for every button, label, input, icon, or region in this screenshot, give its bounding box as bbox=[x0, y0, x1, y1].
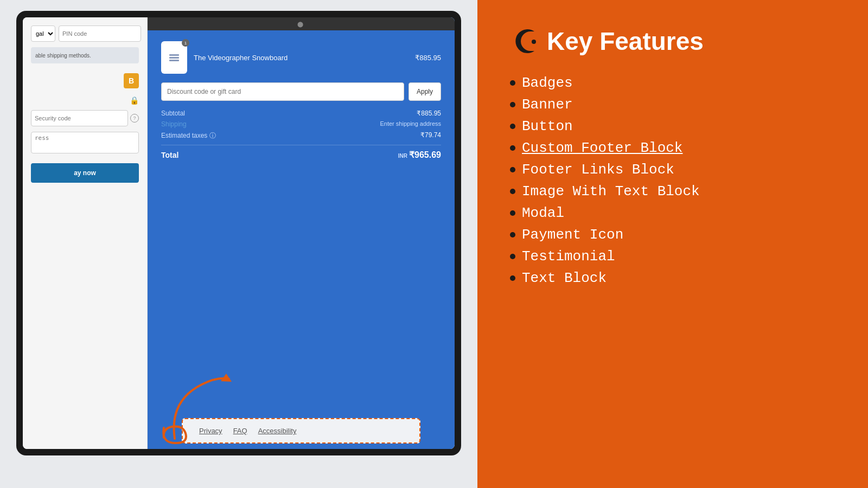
feature-item: Modal bbox=[510, 205, 835, 221]
pin-input[interactable] bbox=[59, 25, 141, 42]
product-image: 1 bbox=[161, 41, 187, 74]
pay-now-button[interactable]: ay now bbox=[31, 163, 139, 183]
address-input[interactable] bbox=[31, 132, 139, 153]
feature-bullet bbox=[510, 189, 515, 194]
discount-input[interactable] bbox=[161, 82, 404, 101]
right-panel: Key Features BadgesBannerButtonCustom Fo… bbox=[477, 0, 868, 488]
feature-bullet bbox=[510, 124, 515, 129]
top-bar-dots: ⬤ bbox=[297, 21, 305, 27]
checkout-content: 1 The Videographer Snowboard ₹885.95 bbox=[148, 30, 455, 395]
feature-bullet bbox=[510, 145, 515, 151]
left-panel: gal able shipping methods. B 🔒 ? bbox=[0, 0, 477, 488]
product-badge: 1 bbox=[182, 39, 189, 47]
feature-bullet bbox=[510, 232, 515, 237]
arrow-annotation bbox=[158, 357, 245, 446]
feature-label: Modal bbox=[522, 205, 564, 221]
checkout-sidebar: gal able shipping methods. B 🔒 ? bbox=[23, 17, 148, 449]
shipping-label: Shipping bbox=[161, 120, 187, 128]
help-icon[interactable]: ? bbox=[130, 114, 139, 123]
subtotal-line: Subtotal ₹885.95 bbox=[161, 110, 441, 117]
kf-logo-icon bbox=[510, 27, 538, 55]
feature-item: Badges bbox=[510, 75, 835, 91]
top-bar: ⬤ bbox=[148, 17, 455, 30]
feature-label: Image With Text Block bbox=[522, 183, 700, 200]
discount-row: Apply bbox=[161, 82, 441, 101]
svg-point-0 bbox=[532, 40, 536, 44]
bold-b-button[interactable]: B bbox=[124, 73, 139, 88]
feature-label: Payment Icon bbox=[522, 227, 623, 243]
feature-label: Custom Footer Block bbox=[522, 140, 682, 156]
product-price: ₹885.95 bbox=[415, 54, 441, 62]
feature-label: Badges bbox=[522, 75, 573, 91]
shipping-value: Enter shipping address bbox=[380, 120, 441, 128]
feature-item: Custom Footer Block bbox=[510, 140, 835, 156]
subtotal-value: ₹885.95 bbox=[417, 110, 441, 117]
shipping-line: Shipping Enter shipping address bbox=[161, 120, 441, 128]
feature-item: Text Block bbox=[510, 270, 835, 286]
total-label: Total bbox=[161, 151, 178, 159]
total-value: INR₹965.69 bbox=[398, 150, 441, 160]
feature-item: Button bbox=[510, 118, 835, 134]
key-features-header: Key Features bbox=[510, 27, 835, 55]
feature-bullet bbox=[510, 254, 515, 259]
feature-label: Footer Links Block bbox=[522, 162, 674, 178]
tax-value: ₹79.74 bbox=[420, 131, 441, 140]
laptop-frame: gal able shipping methods. B 🔒 ? bbox=[16, 11, 461, 455]
feature-bullet bbox=[510, 167, 515, 172]
key-features-title: Key Features bbox=[547, 29, 704, 54]
feature-label: Testimonial bbox=[522, 248, 615, 265]
shipping-note: able shipping methods. bbox=[35, 53, 91, 59]
security-row: ? bbox=[31, 110, 139, 126]
feature-item: Testimonial bbox=[510, 248, 835, 265]
feature-bullet bbox=[510, 80, 515, 86]
security-code-input[interactable] bbox=[31, 110, 128, 126]
total-currency: INR bbox=[398, 153, 407, 159]
feature-item: Banner bbox=[510, 97, 835, 113]
shipping-methods-section: able shipping methods. bbox=[31, 47, 139, 63]
feature-label: Button bbox=[522, 118, 573, 134]
product-item: 1 The Videographer Snowboard ₹885.95 bbox=[161, 41, 441, 74]
region-pin-row: gal bbox=[31, 25, 139, 42]
feature-item: Image With Text Block bbox=[510, 183, 835, 200]
lock-icon: 🔒 bbox=[130, 96, 139, 105]
feature-label: Text Block bbox=[522, 270, 607, 286]
feature-item: Payment Icon bbox=[510, 227, 835, 243]
tax-line: Estimated taxes ⓘ ₹79.74 bbox=[161, 131, 441, 140]
feature-bullet bbox=[510, 210, 515, 216]
subtotal-label: Subtotal bbox=[161, 110, 185, 117]
product-lines bbox=[169, 54, 179, 61]
tax-label: Estimated taxes ⓘ bbox=[161, 131, 216, 140]
product-left: 1 The Videographer Snowboard bbox=[161, 41, 288, 74]
feature-label: Banner bbox=[522, 97, 573, 113]
summary-divider bbox=[161, 145, 441, 145]
apply-button[interactable]: Apply bbox=[409, 82, 441, 101]
feature-bullet bbox=[510, 102, 515, 107]
checkout-footer: Privacy FAQ Accessibility bbox=[148, 395, 455, 449]
region-select[interactable]: gal bbox=[31, 25, 55, 42]
feature-item: Footer Links Block bbox=[510, 162, 835, 178]
product-name: The Videographer Snowboard bbox=[194, 54, 288, 62]
checkout-main: ⬤ 1 bbox=[148, 17, 455, 449]
feature-bullet bbox=[510, 275, 515, 281]
total-line: Total INR₹965.69 bbox=[161, 150, 441, 160]
laptop-screen: gal able shipping methods. B 🔒 ? bbox=[23, 17, 455, 449]
footer-link-accessibility[interactable]: Accessibility bbox=[258, 427, 297, 435]
features-list: BadgesBannerButtonCustom Footer BlockFoo… bbox=[510, 75, 835, 286]
